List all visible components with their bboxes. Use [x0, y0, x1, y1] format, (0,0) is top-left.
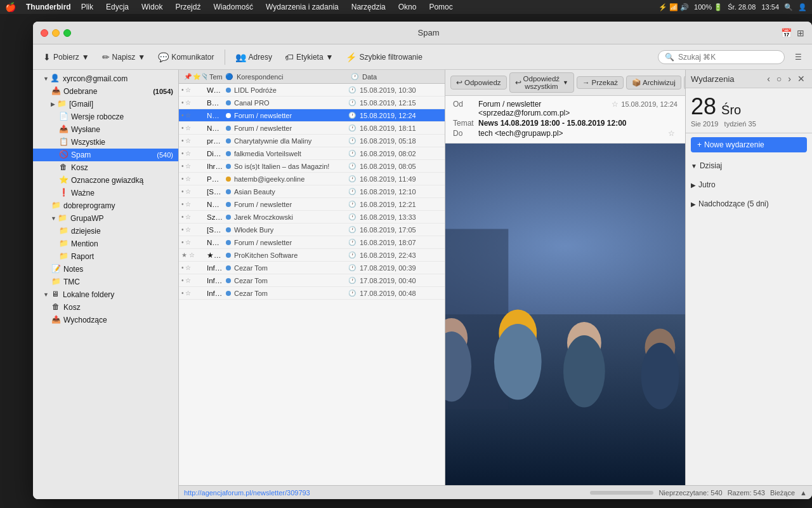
sidebar-item-kosz[interactable]: 🗑 Kosz — [33, 161, 178, 174]
row-from: Cezar Tom — [234, 290, 348, 297]
menu-edycja[interactable]: Edycja — [103, 1, 131, 13]
calendar-view-icon[interactable]: 📅 — [781, 28, 792, 38]
menu-wydarzenia[interactable]: Wydarzenia i zadania — [263, 1, 341, 13]
row-icons: • ☆ — [181, 150, 207, 157]
menu-przejdz[interactable]: Przejdź — [173, 1, 203, 13]
col-header-from[interactable]: Korespondenci — [234, 72, 348, 82]
odpowiedz-wszystkim-button[interactable]: ↩ Odpowiedź wszystkim ▼ — [509, 72, 574, 93]
spam-label: Spam — [71, 150, 154, 159]
email-row[interactable]: • ☆ Ihr Lieblingsmagazin stets griffbere… — [179, 160, 445, 173]
calendar-close-button[interactable]: ✕ — [796, 74, 807, 84]
email-row[interactable]: • ☆ prośba ale i propozycja Charytatywni… — [179, 135, 445, 147]
sidebar-item-tmc[interactable]: 📁 TMC — [33, 276, 178, 288]
sidebar-item-raport[interactable]: 📁 Raport — [33, 250, 178, 263]
email-row[interactable]: • ☆ News 16.08.2019 12:00 - 24:00 Forum … — [179, 236, 445, 249]
menu-plik[interactable]: Plik — [79, 1, 96, 13]
sidebar-item-mention[interactable]: 📁 Mention — [33, 237, 178, 250]
etykieta-button[interactable]: 🏷 Etykieta ▼ — [280, 50, 339, 65]
star-icon[interactable]: ☆ — [612, 100, 619, 109]
new-event-button[interactable]: + Nowe wydarzenie — [691, 137, 807, 152]
menu-widok[interactable]: Widok — [139, 1, 165, 13]
email-row[interactable]: • ☆ Power Bank and iWatch Chager and Key… — [179, 173, 445, 185]
menu-narzedzia[interactable]: Narzędzia — [349, 1, 388, 13]
sidebar-item-lokalne-foldery[interactable]: ▼ 🖥 Lokalne foldery — [33, 288, 178, 301]
status-view[interactable]: Bieżące — [770, 489, 795, 497]
sidebar-item-grupawp[interactable]: ▼ 📁 GrupaWP — [33, 212, 178, 225]
email-row[interactable]: • ☆ Szukasz środków dla swojej firmy? Ja… — [179, 211, 445, 224]
row-date: 17.08.2019, 00:39 — [360, 264, 442, 272]
filtrowanie-label: Szybkie filtrowanie — [359, 53, 422, 62]
pobierz-button[interactable]: ⬇ Pobierz ▼ — [38, 50, 95, 65]
nadchodzace-header[interactable]: ▶ Nadchodzące (5 dni) — [691, 197, 807, 211]
sidebar-item-dziejesie[interactable]: 📁 dziejesie — [33, 225, 178, 237]
napisz-button[interactable]: ✏ Napisz ▼ — [97, 50, 151, 65]
calendar-prev-button[interactable]: ‹ — [765, 74, 772, 84]
email-row[interactable]: • ☆ Informacja Cezar Tom 🕐 17.08.2019, 0… — [179, 262, 445, 274]
sidebar-item-odebrane[interactable]: 📥 Odebrane (1054) — [33, 85, 178, 98]
account-label: xyrcon@gmail.com — [63, 74, 173, 83]
sidebar-item-notes[interactable]: 📝 Notes — [33, 263, 178, 276]
row-date-icon: 🕐 — [348, 137, 360, 144]
row-icons: • ☆ — [181, 290, 207, 297]
menu-wiadomosc[interactable]: Wiadomość — [211, 1, 256, 13]
filter-options-button[interactable]: ☰ — [790, 50, 807, 64]
sidebar-item-wychodzace[interactable]: 📤 Wychodzące — [33, 314, 178, 326]
row-subject: Power Bank and iWatch Chager and Keyboar… — [207, 175, 223, 183]
sidebar-item-wazne[interactable]: ❗ Ważne — [33, 187, 178, 199]
row-date-icon: 🕐 — [348, 99, 360, 106]
email-row[interactable]: • ☆ Wakacje z dziećmi? Tylko z Lidl Podr… — [179, 84, 445, 97]
sidebar-item-wersje-robocze[interactable]: 📄 Wersje robocze — [33, 110, 178, 123]
email-row[interactable]: • ☆ News 14.08.2019 18:00 - 15.08.2019 1… — [179, 109, 445, 122]
email-row[interactable]: • ☆ News 15.08.2019 12:00 - 24:00 Forum … — [179, 122, 445, 135]
sidebar-item-dobreprogramy[interactable]: 📁 dobreprogramy — [33, 199, 178, 212]
sidebar-item-spam[interactable]: 🚫 Spam (540) — [33, 149, 178, 161]
menubar-search-icon[interactable]: 🔍 — [784, 3, 793, 11]
row-date-icon: 🕐 — [348, 213, 360, 220]
row-icons: • ☆ — [181, 213, 207, 220]
subject-value: News 14.08.2019 18:00 - 15.08.2019 12:00 — [478, 119, 678, 128]
notes-label: Notes — [63, 265, 173, 274]
email-row[interactable]: • ☆ Informacja Cezar Tom 🕐 17.08.2019, 0… — [179, 274, 445, 287]
email-row[interactable]: • ☆ Die Karte für Smarte: jetzt dauerhaf… — [179, 147, 445, 160]
sidebar-account[interactable]: ▼ 👤 xyrcon@gmail.com — [33, 72, 178, 85]
archiwizuj-button[interactable]: 📦 Archiwizuj — [626, 76, 681, 90]
maximize-button[interactable] — [63, 29, 71, 37]
search-input[interactable] — [678, 53, 767, 62]
komunikator-label: Komunikator — [171, 53, 214, 62]
col-header-subject[interactable]: Temat — [207, 72, 223, 82]
menu-pomoc[interactable]: Pomoc — [426, 1, 455, 13]
layout-icon[interactable]: ⊞ — [797, 28, 804, 38]
email-row[interactable]: ★ ☆ ★ [Scratch & Win] The winner of a FR… — [179, 249, 445, 262]
dzisiaj-header[interactable]: ▼ Dzisiaj — [691, 159, 807, 173]
sidebar-item-oznaczone[interactable]: ⭐ Oznaczone gwiazdką — [33, 174, 178, 187]
sidebar-item-gmail[interactable]: ▶ 📁 [Gmail] — [33, 98, 178, 110]
close-button[interactable] — [41, 29, 48, 37]
filtrowanie-button[interactable]: ⚡ Szybkie filtrowanie — [341, 50, 427, 65]
calendar-today-button[interactable]: ○ — [775, 74, 783, 84]
email-row[interactable]: • ☆ Boostez votre chiffres d'affaires en… — [179, 97, 445, 109]
search-box[interactable]: 🔍 — [658, 50, 785, 64]
email-row[interactable]: • ☆ News 15.08.2019 18:00 - 16.08.2019 1… — [179, 198, 445, 211]
options-icon: ☰ — [795, 53, 802, 62]
komunikator-button[interactable]: 💬 Komunikator — [153, 50, 219, 65]
row-dot — [223, 201, 234, 208]
menubar-user-icon[interactable]: 👤 — [798, 3, 807, 11]
sidebar-item-kosz-lok[interactable]: 🗑 Kosz — [33, 301, 178, 314]
odpowiedz-button[interactable]: ↩ Odpowiedz — [450, 76, 507, 90]
col-header-date[interactable]: Data — [360, 72, 442, 82]
email-row[interactable]: • ☆ [SPAM] Chcesz czarująco się uśmiecha… — [179, 224, 445, 236]
sidebar-item-wszystkie[interactable]: 📋 Wszystkie — [33, 136, 178, 149]
email-row[interactable]: • ☆ Informacja Cezar Tom 🕐 17.08.2019, 0… — [179, 287, 445, 300]
adresy-button[interactable]: 👥 Adresy — [230, 50, 277, 65]
menu-okno[interactable]: Okno — [396, 1, 419, 13]
jutro-header[interactable]: ▶ Jutro — [691, 178, 807, 192]
email-row[interactable]: • ☆ [SPAM] Just to Say Hello Asian Beaut… — [179, 185, 445, 198]
apple-icon[interactable]: 🍎 — [5, 2, 16, 12]
minimize-button[interactable] — [52, 29, 60, 37]
sidebar-item-wyslane[interactable]: 📤 Wysłane — [33, 123, 178, 136]
calendar-next-button[interactable]: › — [786, 74, 793, 84]
nadchodzace-label: Nadchodzące (5 dni) — [698, 199, 769, 208]
przekaz-button[interactable]: → Przekaż — [577, 76, 624, 89]
to-star-icon[interactable]: ☆ — [668, 129, 675, 138]
status-view-arrow[interactable]: ▲ — [800, 489, 807, 497]
